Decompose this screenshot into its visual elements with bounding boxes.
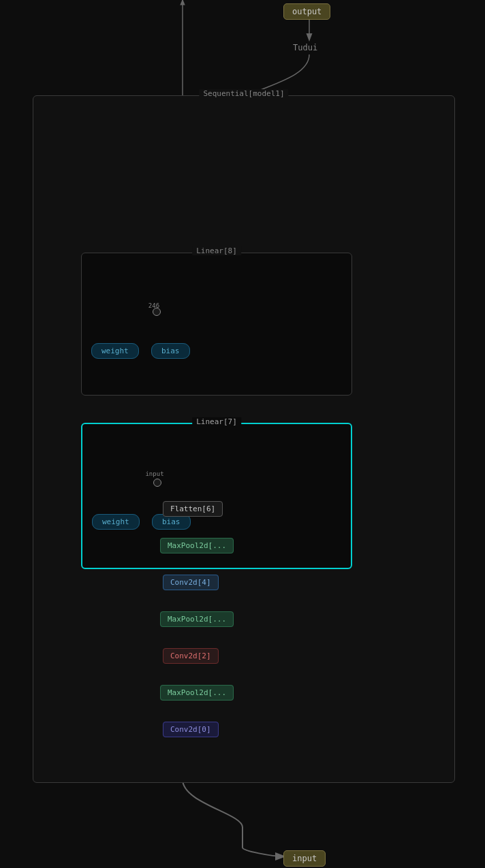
linear8-bias-button[interactable]: bias <box>151 345 190 355</box>
flatten-node[interactable]: Flatten[6] <box>163 503 223 513</box>
linear8-weight-label: weight <box>91 343 139 359</box>
tudui-label: Tudui <box>293 43 317 52</box>
conv0-node[interactable]: Conv2d[0] <box>163 724 219 734</box>
linear8-input-node: 246 <box>150 308 158 316</box>
conv0-label: Conv2d[0] <box>163 722 219 737</box>
linear7-weight-button[interactable]: weight <box>92 516 140 526</box>
output-label: output <box>283 3 330 20</box>
canvas: output Tudui Sequential[model1] Linear[8… <box>0 0 485 868</box>
maxpool1-label: MaxPool2d[... <box>160 685 234 701</box>
linear8-bias-label: bias <box>151 343 190 359</box>
conv4-node[interactable]: Conv2d[4] <box>163 577 219 587</box>
linear7-input-value: input <box>145 470 163 477</box>
maxpool1-node[interactable]: MaxPool2d[... <box>160 687 234 697</box>
sequential-container: Sequential[model1] Linear[8] 246 weight … <box>33 95 455 783</box>
linear7-bias-button[interactable]: bias <box>152 516 191 526</box>
linear8-container[interactable]: Linear[8] 246 weight bias <box>81 253 352 396</box>
maxpool3-node[interactable]: MaxPool2d[... <box>160 613 234 624</box>
input-label: input <box>283 850 326 867</box>
maxpool5-label: MaxPool2d[... <box>160 538 234 553</box>
conv2-node[interactable]: Conv2d[2] <box>163 650 219 660</box>
maxpool3-label: MaxPool2d[... <box>160 611 234 627</box>
output-node[interactable]: output <box>283 3 330 20</box>
linear8-label: Linear[8] <box>192 246 241 255</box>
linear7-label: Linear[7] <box>192 417 241 426</box>
flatten-label: Flatten[6] <box>163 501 223 517</box>
conv4-label: Conv2d[4] <box>163 575 219 590</box>
linear7-input-node: input <box>151 479 159 487</box>
sequential-label: Sequential[model1] <box>199 89 288 98</box>
conv2-label: Conv2d[2] <box>163 648 219 664</box>
input-node[interactable]: input <box>283 850 326 867</box>
linear8-weight-button[interactable]: weight <box>91 345 139 355</box>
maxpool5-node[interactable]: MaxPool2d[... <box>160 540 234 550</box>
linear7-weight-label: weight <box>92 514 140 530</box>
